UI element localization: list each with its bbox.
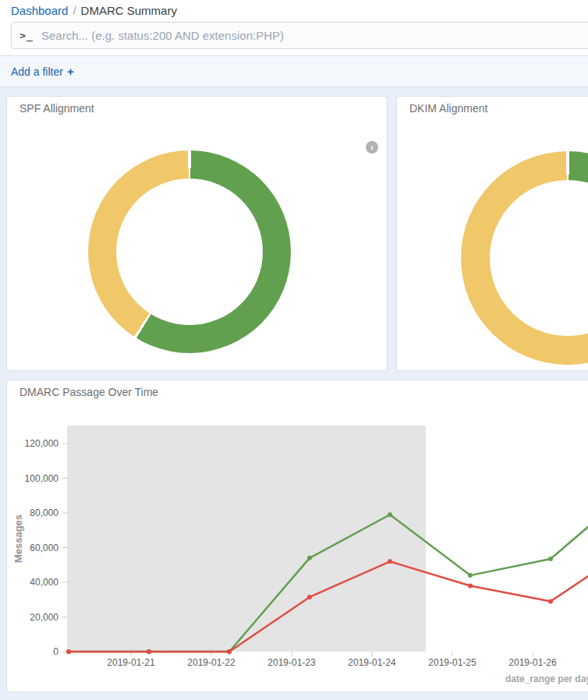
- donut-hole: [116, 179, 263, 325]
- data-point-red[interactable]: [548, 599, 553, 603]
- x-axis-tick-label: 2019-01-23: [267, 657, 316, 668]
- panel-dmarc-passage-over-time: DMARC Passage Over Time 020,00040,00060,…: [6, 380, 588, 692]
- data-point-red[interactable]: [468, 583, 473, 588]
- panel-title: SPF Allignment: [19, 102, 94, 115]
- top-bar: Dashboard/DMARC Summary: [0, 0, 588, 22]
- plot-shaded-region: [67, 426, 426, 652]
- data-point-green[interactable]: [548, 557, 553, 561]
- y-axis-tick-label: 40,000: [30, 577, 58, 588]
- x-axis-tick-label: 2019-01-21: [107, 657, 155, 668]
- x-axis-tick-label: 2019-01-22: [187, 657, 236, 668]
- y-axis-tick-label: 0: [53, 646, 58, 657]
- dmarc-line-chart: 020,00040,00060,00080,000100,000120,0002…: [7, 380, 588, 691]
- donut-hole: [490, 180, 588, 336]
- chevron-left-icon: ‹: [370, 143, 374, 152]
- data-point-red[interactable]: [388, 559, 392, 564]
- add-filter-link[interactable]: Add a filter: [11, 65, 63, 78]
- dashboard-grid: SPF Allignment ‹ DKIM Alignment DMARC Pa…: [0, 87, 588, 700]
- panel-spf-alignment: SPF Allignment ‹: [6, 96, 388, 371]
- y-axis-tick-label: 120,000: [25, 438, 59, 449]
- y-axis-tick-label: 80,000: [30, 507, 58, 518]
- data-point-green[interactable]: [468, 573, 473, 578]
- data-point-red[interactable]: [147, 649, 151, 654]
- panel-control-button[interactable]: ‹: [366, 141, 378, 154]
- data-point-green[interactable]: [307, 556, 312, 560]
- panel-title: DKIM Alignment: [409, 102, 487, 115]
- breadcrumb-separator: /: [68, 4, 80, 17]
- plus-icon[interactable]: +: [67, 65, 74, 78]
- x-axis-tick-label: 2019-01-25: [428, 657, 476, 668]
- spf-donut-chart[interactable]: [88, 150, 291, 353]
- y-axis-tick-label: 60,000: [30, 543, 58, 553]
- kibana-dashboard-page: Dashboard/DMARC Summary >_ Add a filter …: [0, 0, 588, 700]
- x-axis-label: date_range per day: [505, 673, 588, 684]
- y-axis-tick-label: 20,000: [30, 612, 58, 623]
- data-point-green[interactable]: [388, 512, 392, 517]
- dkim-donut-chart[interactable]: [461, 151, 588, 365]
- breadcrumb-dashboard-link[interactable]: Dashboard: [11, 4, 68, 17]
- data-point-red[interactable]: [307, 595, 312, 599]
- x-axis-tick-label: 2019-01-26: [508, 657, 557, 668]
- panel-dkim-alignment: DKIM Alignment: [396, 96, 588, 371]
- search-input[interactable]: [41, 23, 588, 48]
- filter-bar: Add a filter +: [0, 55, 588, 87]
- x-axis-tick-label: 2019-01-24: [348, 657, 396, 668]
- data-point-red[interactable]: [227, 649, 232, 654]
- y-axis-tick-label: 100,000: [25, 473, 59, 484]
- breadcrumb: Dashboard/DMARC Summary: [11, 3, 177, 19]
- y-axis-label: Messages: [12, 514, 24, 563]
- breadcrumb-current-page: DMARC Summary: [81, 4, 177, 17]
- data-point-red[interactable]: [66, 649, 71, 654]
- terminal-prompt-icon: >_: [12, 30, 41, 41]
- search-bar: >_: [11, 22, 588, 49]
